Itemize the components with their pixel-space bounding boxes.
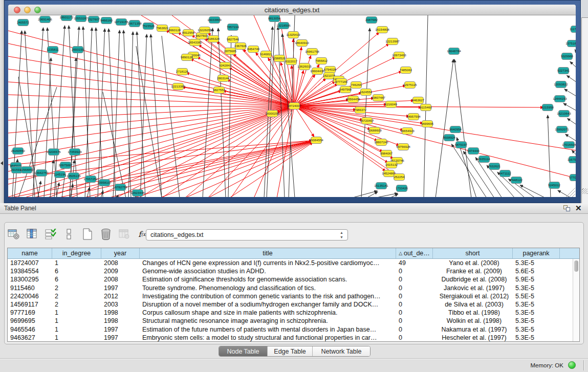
graph-edge[interactable] (8, 106, 294, 146)
table-cell[interactable]: 2008 (101, 276, 140, 283)
graph-edge[interactable] (185, 142, 313, 197)
graph-edge[interactable] (570, 61, 576, 71)
background-window-edge[interactable] (581, 17, 588, 203)
column-header-short[interactable]: short (433, 248, 513, 258)
column-header-pagerank[interactable]: pagerank (513, 248, 560, 258)
table-row[interactable]: 1872400712008Changes of HCN gene express… (8, 259, 579, 267)
table-cell[interactable]: 1 (52, 259, 101, 267)
table-cell[interactable]: 2012 (101, 293, 140, 300)
graph-edge[interactable] (108, 141, 312, 197)
graph-edge[interactable] (56, 183, 59, 197)
table-cell[interactable]: 2003 (101, 301, 140, 308)
table-cell[interactable]: 9115460 (8, 285, 52, 292)
new-table-icon[interactable] (81, 228, 94, 241)
graph-edge[interactable] (8, 106, 294, 107)
show-columns-icon[interactable] (26, 228, 39, 241)
graph-edge[interactable] (186, 73, 294, 106)
delete-table-icon[interactable] (99, 228, 113, 241)
graph-edge[interactable] (228, 35, 231, 197)
table-row[interactable]: 977716911998Corpus callosum shape and si… (8, 309, 579, 317)
table-cell[interactable]: 0 (396, 285, 433, 292)
close-panel-icon[interactable]: ✕ (575, 204, 582, 213)
table-cell[interactable]: 0 (396, 293, 433, 300)
collapse-panel-icon[interactable] (1, 161, 3, 165)
table-cell[interactable]: 1 (52, 326, 101, 333)
table-cell[interactable]: 1 (52, 317, 101, 324)
column-header-out_de[interactable]: △out_de… (396, 248, 433, 258)
table-cell[interactable]: 1997 (101, 326, 140, 333)
table-cell[interactable]: 49 (396, 259, 433, 267)
table-cell[interactable]: 18724007 (8, 259, 52, 267)
table-cell[interactable]: 1 (52, 309, 101, 316)
table-cell[interactable]: 0 (396, 268, 433, 275)
table-cell[interactable]: 5.3E-5 (513, 301, 560, 308)
network-frame[interactable]: citations_edges.txt 18724007183002959827… (4, 0, 581, 203)
table-cell[interactable]: 5.9E-5 (513, 276, 560, 283)
table-cell[interactable]: 5.3E-5 (513, 259, 560, 267)
table-cell[interactable]: 2009 (101, 268, 140, 275)
table-cell[interactable]: 0 (396, 276, 433, 283)
table-cell[interactable]: 6 (52, 268, 101, 275)
tab-node-table[interactable]: Node Table (219, 346, 268, 356)
graph-edge[interactable] (18, 87, 57, 197)
column-header-title[interactable]: title (140, 248, 396, 258)
table-cell[interactable]: Nakamura et al. (1997) (433, 326, 513, 333)
graph-edge[interactable] (520, 185, 546, 197)
table-cell[interactable]: 9699695 (8, 317, 52, 324)
graph-edge[interactable] (182, 87, 294, 106)
table-cell[interactable]: 1998 (101, 309, 140, 316)
graph-edge[interactable] (229, 142, 313, 197)
tab-network-table[interactable]: Network Table (313, 346, 370, 356)
table-settings-icon[interactable] (7, 228, 20, 241)
table-cell[interactable]: 5.3E-5 (513, 334, 560, 341)
table-cell[interactable]: 1 (52, 334, 101, 341)
table-cell[interactable]: 5.3E-5 (513, 317, 560, 324)
table-cell[interactable]: 22420046 (8, 293, 52, 300)
graph-edge[interactable] (96, 28, 103, 197)
table-cell[interactable]: 1997 (101, 334, 140, 341)
graph-edge[interactable] (567, 76, 576, 84)
table-row[interactable]: 946362711997Embryonic stem cells: a mode… (8, 334, 579, 342)
table-cell[interactable]: 9777169 (8, 309, 52, 316)
table-cell[interactable]: Genome-wide association studies in ADHD. (140, 268, 396, 275)
table-cell[interactable]: Estimation of significance thresholds fo… (140, 276, 396, 283)
table-cell[interactable]: Hescheler et al. (1997) (433, 334, 513, 341)
memory-ok-icon[interactable] (568, 361, 576, 369)
table-cell[interactable]: Disruption of a novel member of a sodium… (140, 301, 396, 308)
graph-edge[interactable] (50, 160, 53, 197)
table-cell[interactable]: 9463627 (8, 334, 52, 341)
table-cell[interactable]: Investigating the contribution of common… (140, 293, 396, 300)
table-cell[interactable]: 0 (396, 326, 433, 333)
table-cell[interactable]: 14569117 (8, 301, 52, 308)
network-canvas[interactable]: 1872400718300295982755212213389280314427… (8, 15, 576, 197)
table-row[interactable]: 1938455462009Genome-wide association stu… (8, 267, 579, 275)
table-cell[interactable]: 5.6E-5 (513, 268, 560, 275)
table-row[interactable]: 946554611997Estimation of the future num… (8, 325, 579, 334)
graph-edge[interactable] (294, 106, 388, 163)
table-cell[interactable]: Jankovic et al. (1997) (433, 285, 513, 292)
table-cell[interactable]: 5.3E-5 (513, 285, 560, 292)
table-cell[interactable]: 2 (52, 301, 101, 308)
table-cell[interactable]: Dudbridge et al. (2008) (433, 276, 513, 283)
table-cell[interactable]: Embryonic stem cells: a model to study s… (140, 334, 396, 341)
table-row[interactable]: 1456911722003Disruption of a novel membe… (8, 300, 579, 309)
table-cell[interactable]: Structural magnetic resonance image aver… (140, 317, 396, 324)
table-row[interactable]: 911546021997Tourette syndrome. Phenomeno… (8, 284, 579, 292)
table-cell[interactable]: 1998 (101, 317, 140, 324)
column-header-name[interactable]: name (8, 248, 52, 258)
table-cell[interactable]: Franke et al. (2009) (433, 268, 513, 275)
table-cell[interactable]: Wolkin et al. (1998) (433, 317, 513, 324)
table-cell[interactable]: Corpus callosum shape and size in male p… (140, 309, 396, 316)
table-cell[interactable]: 2 (52, 293, 101, 300)
merge-rows-icon[interactable] (62, 228, 76, 241)
table-cell[interactable]: 2008 (101, 259, 140, 267)
table-cell[interactable]: Stergiakouli et al. (2012) (433, 293, 513, 300)
table-cell[interactable]: 2 (52, 285, 101, 292)
table-row[interactable]: 969969511998Structural magnetic resonanc… (8, 317, 579, 325)
table-cell[interactable]: 0 (396, 317, 433, 324)
column-header-in_degree[interactable]: in_degree (52, 248, 101, 258)
graph-edge[interactable] (108, 29, 116, 197)
graph-edge[interactable] (374, 193, 398, 197)
table-cell[interactable]: 0 (396, 334, 433, 341)
table-cell[interactable]: 0 (396, 301, 433, 308)
